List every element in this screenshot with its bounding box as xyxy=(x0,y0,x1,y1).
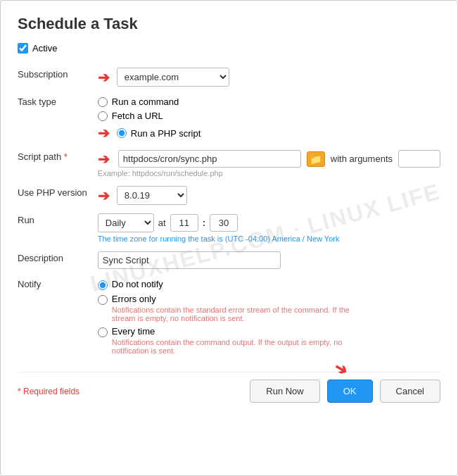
notify-every-time: Every time Notifications contain the com… xyxy=(98,326,440,355)
ok-button[interactable]: OK xyxy=(327,380,373,403)
errors-only-subtext: Notifications contain the standard error… xyxy=(112,306,372,322)
radio-do-not-notify[interactable] xyxy=(98,280,108,290)
radio-run-php[interactable] xyxy=(117,128,127,138)
at-label: at xyxy=(158,218,166,228)
schedule-task-card: LINUXHELP.COM · LINUX LIFE Schedule a Ta… xyxy=(0,0,458,476)
cancel-button[interactable]: Cancel xyxy=(380,380,440,403)
notify-label: Notify xyxy=(18,273,98,359)
with-args-label: with arguments xyxy=(331,154,393,164)
args-input[interactable] xyxy=(398,150,440,168)
task-type-fetch-url: Fetch a URL xyxy=(98,111,440,121)
time-colon: : xyxy=(203,218,205,228)
subscription-label: Subscription xyxy=(18,63,98,91)
active-label: Active xyxy=(32,43,57,54)
script-path-input-row: ➔ 📁 with arguments xyxy=(98,150,440,168)
minute-input[interactable] xyxy=(210,214,238,232)
run-now-button[interactable]: Run Now xyxy=(250,380,319,403)
description-label: Description xyxy=(18,247,98,273)
run-row: Run Daily Hourly Weekly Monthly at : xyxy=(18,209,440,247)
notify-row: Notify Do not notify Errors only Notific… xyxy=(18,273,440,359)
description-row: Description xyxy=(18,247,440,273)
script-path-input[interactable] xyxy=(118,150,301,168)
every-time-subtext: Notifications contain the command output… xyxy=(112,338,372,355)
notify-errors-only: Errors only Notifications contain the st… xyxy=(98,294,440,322)
run-frequency-row: Daily Hourly Weekly Monthly at : xyxy=(98,213,440,232)
script-path-arrow: ➔ xyxy=(98,151,110,168)
description-input[interactable] xyxy=(98,251,281,269)
required-note: * Required fields xyxy=(18,387,243,396)
php-version-row: Use PHP version ➔ 8.0.19 7.4 7.3 xyxy=(18,182,440,209)
notify-group: Do not notify Errors only Notifications … xyxy=(98,277,440,355)
task-type-label: Task type xyxy=(18,91,98,146)
php-version-label: Use PHP version xyxy=(18,182,98,209)
php-arrow: ➔ xyxy=(98,125,110,142)
script-path-label: Script path * xyxy=(18,146,98,182)
form-table: Subscription ➔ example.com Task type xyxy=(18,63,440,359)
run-frequency-select[interactable]: Daily Hourly Weekly Monthly xyxy=(98,213,154,232)
errors-only-label: Errors only xyxy=(112,294,372,304)
php-version-select[interactable]: 8.0.19 7.4 7.3 xyxy=(117,186,187,205)
fetch-url-label: Fetch a URL xyxy=(112,111,163,121)
page-title: Schedule a Task xyxy=(18,15,440,33)
task-type-run-command: Run a command xyxy=(98,96,440,107)
run-label: Run xyxy=(18,209,98,247)
task-type-row: Task type Run a command Fetch a URL ➔ xyxy=(18,91,440,146)
task-type-group: Run a command Fetch a URL ➔ Run a PHP sc… xyxy=(98,95,440,142)
timezone-text: The time zone for running the task is (U… xyxy=(98,234,440,243)
script-path-row: Script path * ➔ 📁 with arguments Example… xyxy=(18,146,440,182)
folder-icon[interactable]: 📁 xyxy=(307,151,325,167)
radio-every-time[interactable] xyxy=(98,327,108,337)
active-checkbox[interactable] xyxy=(18,43,28,54)
radio-run-command[interactable] xyxy=(98,97,108,107)
radio-errors-only[interactable] xyxy=(98,295,108,305)
subscription-row: Subscription ➔ example.com xyxy=(18,63,440,91)
do-not-notify-label: Do not notify xyxy=(112,279,163,289)
radio-fetch-url[interactable] xyxy=(98,111,108,121)
notify-do-not-notify: Do not notify xyxy=(98,279,440,290)
run-command-label: Run a command xyxy=(112,96,179,107)
subscription-arrow: ➔ xyxy=(98,69,110,86)
script-path-hint: Example: httpdocs/run/schedule.php xyxy=(98,169,440,177)
hour-input[interactable] xyxy=(170,214,198,232)
php-version-arrow: ➔ xyxy=(98,187,110,204)
active-row: Active xyxy=(18,43,440,54)
ok-arrow: ➔ xyxy=(330,358,350,380)
task-type-run-php: ➔ Run a PHP script xyxy=(98,125,440,142)
run-php-label: Run a PHP script xyxy=(131,128,201,139)
footer-row: * Required fields Run Now ➔ OK Cancel xyxy=(18,372,440,403)
subscription-select[interactable]: example.com xyxy=(117,68,229,87)
every-time-label: Every time xyxy=(112,326,372,337)
